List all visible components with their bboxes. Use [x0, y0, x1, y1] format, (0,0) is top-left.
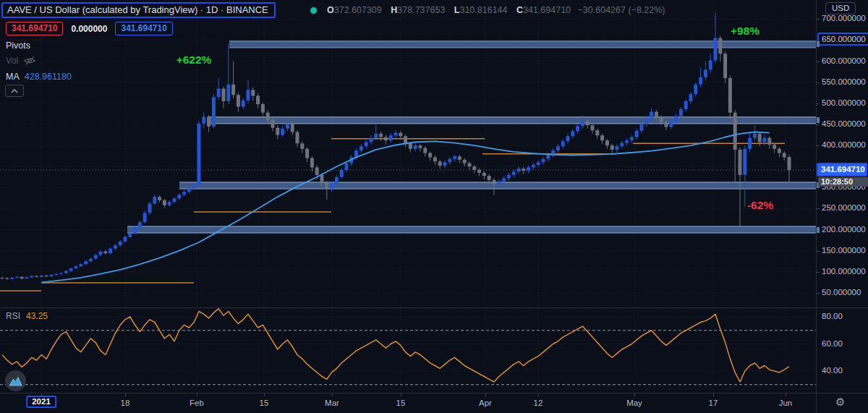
pivots-legend[interactable]: Pivots	[6, 41, 30, 51]
market-status-icon[interactable]	[310, 7, 317, 14]
open-label: O	[327, 5, 334, 15]
price-axis-label: 150.000000	[822, 246, 866, 255]
trading-chart-app: AAVE / US Dollar (calculated by TradingV…	[0, 0, 868, 413]
time-axis-year-label[interactable]: 2021	[26, 396, 56, 408]
time-axis-label: 18	[121, 399, 130, 407]
change-value: −30.604267 (−8.22%)	[578, 5, 665, 15]
pane-separator[interactable]	[0, 307, 868, 308]
ma-legend[interactable]: MA 428.961180	[6, 72, 72, 82]
rsi-legend[interactable]: RSI 43.25	[6, 311, 48, 321]
rsi-value: 43.25	[26, 311, 48, 321]
time-tick-mark	[264, 393, 265, 396]
axis-tick-mark	[816, 208, 820, 209]
time-tick-mark	[41, 393, 42, 396]
bar-countdown: 10:28:50	[818, 177, 868, 187]
volume-label: Vol	[6, 56, 18, 66]
percent-annotation[interactable]: +98%	[731, 25, 760, 38]
candles-layer[interactable]	[1, 13, 791, 280]
band-axis-mark	[817, 117, 820, 123]
currency-button[interactable]: USD	[825, 2, 856, 14]
symbol-title-box[interactable]: AAVE / US Dollar (calculated by TradingV…	[1, 2, 276, 18]
time-axis-label: Apr	[479, 399, 492, 407]
time-axis-label: 17	[709, 399, 718, 407]
price-axis-label: 100.000000	[822, 267, 866, 276]
ohlc-readout: O372.607309 H378.737653 L310.816144 C341…	[327, 5, 665, 15]
rsi-label: RSI	[6, 311, 20, 321]
rsi-axis-label: 80.00	[822, 312, 843, 320]
time-axis-scale[interactable]: 202118Feb15Mar15Apr12May17Jun	[0, 393, 868, 413]
axis-tick-mark	[816, 82, 820, 83]
close-value: 341.694710	[523, 5, 571, 15]
axis-tick-mark	[816, 251, 820, 252]
open-value: 372.607309	[334, 5, 382, 15]
price-axis-label: 600.000000	[822, 56, 866, 65]
time-tick-mark	[401, 393, 401, 396]
time-axis-label: 12	[534, 399, 543, 407]
price-label-neutral: 0.000000	[71, 24, 107, 34]
rsi-axis-label: 40.00	[822, 366, 843, 375]
price-axis-label: 650.000000	[817, 33, 868, 46]
time-axis-label: Mar	[325, 399, 339, 407]
price-axis-label: 200.000000	[822, 225, 866, 234]
price-axis-label: 50.000000	[822, 288, 861, 297]
pivot-bands-layer[interactable]	[127, 41, 816, 233]
mountain-logo-icon	[9, 376, 22, 386]
time-axis-label: 15	[396, 399, 406, 407]
gear-icon[interactable]: ⚙	[835, 396, 845, 409]
time-tick-mark	[332, 393, 333, 396]
currency-label: USD	[832, 4, 849, 12]
time-tick-mark	[786, 393, 786, 396]
current-price-value: 341.694710	[818, 164, 866, 175]
axis-tick-mark	[816, 124, 820, 125]
ma-label: MA	[6, 72, 20, 82]
ma-value: 428.961180	[25, 72, 72, 82]
orange-levels-layer[interactable]	[0, 139, 785, 291]
time-tick-mark	[713, 393, 714, 396]
axis-tick-mark	[816, 19, 820, 20]
time-tick-mark	[538, 393, 539, 396]
time-axis-label: Jun	[779, 399, 793, 407]
price-axis-label: 500.000000	[822, 98, 866, 107]
volume-legend[interactable]: Vol	[6, 56, 36, 66]
time-tick-mark	[634, 393, 635, 396]
axis-tick-mark	[816, 145, 820, 146]
band-axis-mark	[817, 41, 820, 47]
current-price-tag[interactable]: 341.694710	[817, 163, 867, 176]
price-label-red[interactable]: 341.694710	[6, 22, 63, 35]
price-label-blue[interactable]: 341.694710	[115, 22, 172, 35]
time-tick-mark	[125, 393, 126, 396]
axis-tick-mark	[816, 103, 820, 104]
time-tick-mark	[197, 393, 197, 396]
chevron-up-icon	[11, 89, 18, 93]
price-axis-label: 400.000000	[822, 140, 866, 149]
price-axis-label: 450.000000	[822, 119, 866, 128]
high-label: H	[391, 5, 397, 15]
chart-logo-button[interactable]	[5, 370, 26, 391]
collapse-legend-button[interactable]	[5, 85, 24, 97]
axis-tick-mark	[816, 61, 820, 62]
close-label: C	[516, 5, 523, 15]
symbol-title: AAVE / US Dollar (calculated by TradingV…	[7, 4, 268, 15]
high-value: 378.737653	[397, 5, 445, 15]
percent-annotation[interactable]: +622%	[176, 54, 212, 67]
band-axis-mark	[817, 227, 820, 233]
time-axis-label: Feb	[190, 399, 204, 407]
price-axis-label: 700.000000	[822, 14, 866, 22]
time-tick-mark	[485, 393, 486, 396]
pivots-label: Pivots	[6, 41, 30, 51]
percent-annotation[interactable]: -62%	[747, 199, 773, 212]
grid-layer	[0, 0, 816, 393]
axis-tick-mark	[816, 293, 820, 294]
price-axis-label: 250.000000	[822, 203, 866, 212]
price-line-labels: 341.694710 0.000000 341.694710	[6, 22, 173, 35]
price-chart-canvas[interactable]	[0, 0, 816, 393]
time-axis-label: 15	[260, 399, 269, 407]
time-axis-label: May	[626, 399, 642, 407]
rsi-axis-label: 60.00	[822, 339, 843, 348]
eye-off-icon[interactable]	[23, 56, 36, 66]
low-value: 310.816144	[459, 5, 507, 15]
axis-tick-mark	[816, 272, 820, 273]
price-axis-label: 550.000000	[822, 77, 866, 86]
